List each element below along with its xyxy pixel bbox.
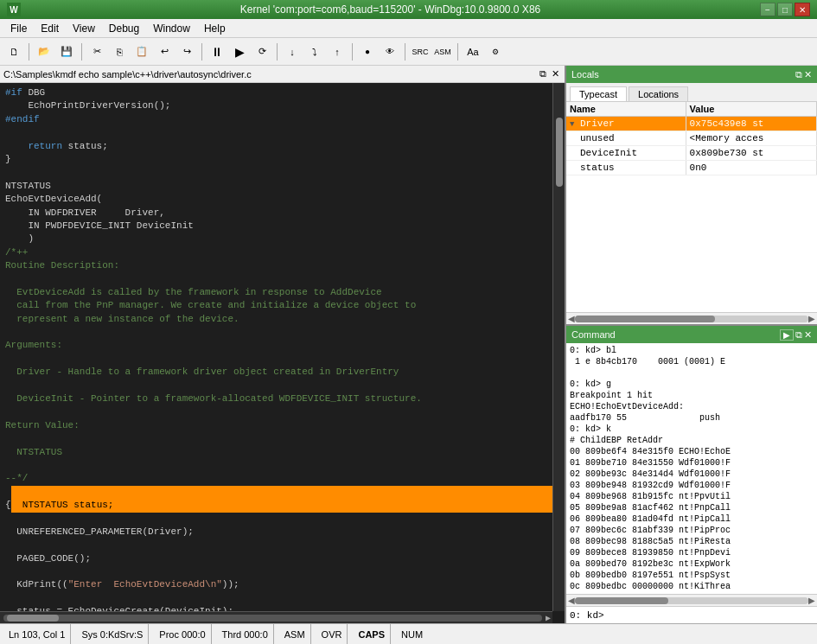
window-controls: − □ ✕	[760, 3, 810, 16]
toolbar-new[interactable]: 🗋	[3, 41, 24, 62]
toolbar-sep-2	[81, 43, 82, 61]
locals-scroll-thumb[interactable]	[575, 316, 715, 322]
col-name: Name	[566, 102, 686, 117]
command-input[interactable]	[604, 610, 814, 621]
command-scroll-thumb[interactable]	[575, 597, 668, 604]
title-text: Kernel 'com:port=com6,baud=115200' - Win…	[21, 3, 760, 16]
locals-dock-button[interactable]: ⧉	[795, 69, 802, 80]
table-row[interactable]: unused <Memory acces	[566, 131, 817, 146]
toolbar-step-into[interactable]: ↓	[282, 41, 303, 62]
command-prompt: 0: kd>	[570, 610, 604, 621]
locals-data-table: Name Value ▼ Driver 0x75c439e8 st unused…	[566, 102, 817, 175]
row-value: 0x75c439e8 st	[686, 117, 816, 131]
command-input-bar: 0: kd>	[566, 606, 817, 623]
file-path: C:\Samples\kmdf echo sample\c++\driver\a…	[3, 69, 252, 80]
code-vscroll-thumb[interactable]	[556, 118, 563, 187]
command-scroll-right[interactable]: ▶	[808, 596, 815, 605]
code-vscrollbar[interactable]	[552, 83, 565, 611]
editor-dock-button[interactable]: ⧉	[538, 68, 548, 80]
toolbar-undo[interactable]: ↩	[154, 41, 175, 62]
code-hscroll-arrow[interactable]: ▶	[546, 613, 552, 623]
toolbar-step-out[interactable]: ↑	[327, 41, 348, 62]
code-hscroll-thumb[interactable]	[7, 615, 59, 622]
row-value: 0n0	[686, 161, 816, 175]
toolbar-source[interactable]: SRC	[410, 41, 431, 62]
status-ln-col: Ln 103, Col 1	[3, 624, 71, 644]
maximize-button[interactable]: □	[777, 3, 793, 16]
status-ovr: OVR	[316, 624, 348, 644]
locals-scroll-track[interactable]	[575, 316, 808, 322]
locals-table: Name Value ▼ Driver 0x75c439e8 st unused…	[566, 102, 817, 312]
toolbar-font[interactable]: Aa	[463, 41, 483, 62]
toolbar-cut[interactable]: ✂	[86, 41, 107, 62]
toolbar-step-over[interactable]: ⤵	[304, 41, 325, 62]
menu-debug[interactable]: Debug	[102, 19, 146, 37]
command-panel: Command ▶ ⧉ ✕ 0: kd> bl 1 e 8b4cb170 000…	[566, 326, 817, 623]
code-area[interactable]: #if DBG EchoPrintDriverVersion(); #endif…	[0, 83, 565, 623]
titlebar: W Kernel 'com:port=com6,baud=115200' - W…	[0, 0, 817, 19]
command-title: Command	[571, 329, 616, 340]
command-run-button[interactable]: ▶	[780, 329, 794, 341]
locals-close-button[interactable]: ✕	[804, 69, 812, 80]
editor-title-buttons: ⧉ ✕	[538, 68, 561, 80]
editor-titlebar: C:\Samples\kmdf echo sample\c++\driver\a…	[0, 66, 565, 83]
menu-window[interactable]: Window	[146, 19, 197, 37]
toolbar-watch[interactable]: 👁	[380, 41, 400, 62]
locals-titlebar: Locals ⧉ ✕	[566, 66, 817, 83]
locals-scrollbar[interactable]: ◀ ▶	[566, 312, 817, 324]
locals-scroll-left[interactable]: ◀	[568, 314, 575, 323]
col-value: Value	[686, 102, 816, 117]
editor-close-button[interactable]: ✕	[550, 68, 561, 80]
locals-tabs: Typecast Locations	[566, 83, 817, 102]
row-name: status	[566, 161, 686, 175]
locals-title: Locals	[571, 69, 599, 80]
statusbar: Ln 103, Col 1 Sys 0:KdSrv:S Proc 000:0 T…	[0, 623, 817, 644]
menu-help[interactable]: Help	[197, 19, 233, 37]
menu-file[interactable]: File	[3, 19, 34, 37]
table-row[interactable]: status 0n0	[566, 161, 817, 175]
status-caps: CAPS	[353, 624, 391, 644]
menu-edit[interactable]: Edit	[34, 19, 66, 37]
table-row[interactable]: DeviceInit 0x809be730 st	[566, 146, 817, 161]
menu-view[interactable]: View	[66, 19, 102, 37]
command-output: 0: kd> bl 1 e 8b4cb170 0001 (0001) E 0: …	[566, 343, 817, 594]
command-title-buttons: ▶ ⧉ ✕	[780, 329, 812, 341]
locals-scroll-right[interactable]: ▶	[808, 314, 815, 323]
code-hscrollbar[interactable]: ▶	[0, 611, 552, 623]
toolbar-go[interactable]: ▶	[229, 41, 250, 62]
menubar: File Edit View Debug Window Help	[0, 19, 817, 38]
toolbar-break[interactable]: ⏸	[207, 41, 227, 62]
close-button[interactable]: ✕	[795, 3, 810, 16]
command-titlebar: Command ▶ ⧉ ✕	[566, 326, 817, 343]
table-row[interactable]: ▼ Driver 0x75c439e8 st	[566, 117, 817, 131]
toolbar-options[interactable]: ⚙	[485, 41, 506, 62]
app-icon: W	[7, 3, 21, 16]
toolbar-paste[interactable]: 📋	[131, 41, 152, 62]
command-scrollbar[interactable]: ◀ ▶	[566, 594, 817, 606]
code-content[interactable]: #if DBG EchoPrintDriverVersion(); #endif…	[0, 83, 565, 623]
toolbar-asm[interactable]: ASM	[432, 41, 453, 62]
toolbar-sep-4	[277, 43, 278, 61]
editor-panel: C:\Samples\kmdf echo sample\c++\driver\a…	[0, 66, 566, 623]
toolbar-sep-3	[201, 43, 202, 61]
row-value: <Memory acces	[686, 131, 816, 146]
minimize-button[interactable]: −	[760, 3, 776, 16]
toolbar-copy[interactable]: ⎘	[109, 41, 130, 62]
row-name: DeviceInit	[566, 146, 686, 161]
row-name: ▼ Driver	[566, 117, 686, 131]
row-name: unused	[566, 131, 686, 146]
command-dock-button[interactable]: ⧉	[795, 329, 802, 341]
tab-locations[interactable]: Locations	[629, 86, 688, 101]
status-asm: ASM	[279, 624, 311, 644]
command-scroll-left[interactable]: ◀	[568, 596, 575, 605]
locals-panel: Locals ⧉ ✕ Typecast Locations Name Value	[566, 66, 817, 326]
toolbar-save[interactable]: 💾	[56, 41, 77, 62]
toolbar-restart[interactable]: ⟳	[252, 41, 272, 62]
toolbar-redo[interactable]: ↪	[176, 41, 197, 62]
tab-typecast[interactable]: Typecast	[570, 86, 627, 101]
command-scroll-track[interactable]	[575, 597, 808, 604]
toolbar-sep-7	[457, 43, 458, 61]
toolbar-bp[interactable]: ●	[357, 41, 378, 62]
command-close-button[interactable]: ✕	[804, 329, 812, 341]
toolbar-open[interactable]: 📂	[34, 41, 54, 62]
